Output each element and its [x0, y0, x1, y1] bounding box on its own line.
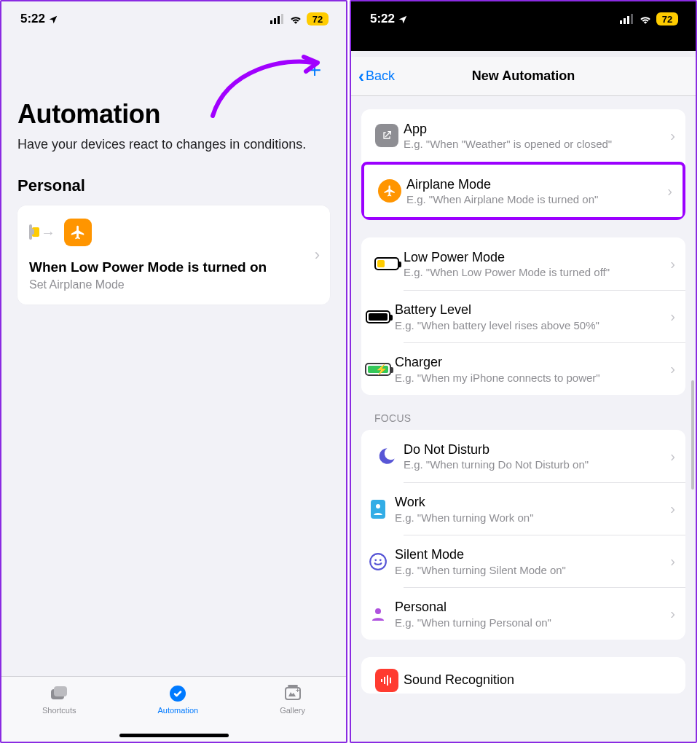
row-title: Silent Mode — [395, 546, 666, 563]
row-subtitle: E.g. "When my iPhone connects to power" — [395, 372, 666, 384]
cellular-icon — [270, 14, 285, 24]
low-power-battery-icon — [370, 257, 404, 270]
trigger-row-personal[interactable]: Personal E.g. "When turning Personal on"… — [404, 587, 685, 640]
status-time: 5:22 — [20, 12, 45, 26]
svg-rect-23 — [390, 678, 391, 683]
svg-rect-12 — [627, 16, 629, 24]
trigger-row-battery-level[interactable]: Battery Level E.g. "When battery level r… — [404, 290, 685, 342]
trigger-group-focus: Do Not Disturb E.g. "When turning Do Not… — [361, 430, 685, 640]
battery-pill: 72 — [656, 12, 678, 25]
scrollbar[interactable] — [691, 380, 694, 490]
left-screenshot: 5:22 72 ＋ Automation Have your devices r… — [0, 0, 347, 743]
chevron-right-icon: › — [663, 183, 672, 200]
svg-rect-5 — [54, 686, 67, 696]
trigger-row-work[interactable]: Work E.g. "When turning Work on" › — [404, 482, 685, 535]
trigger-row-do-not-disturb[interactable]: Do Not Disturb E.g. "When turning Do Not… — [361, 430, 685, 482]
chevron-right-icon: › — [666, 127, 675, 144]
trigger-row-charger[interactable]: ⚡ Charger E.g. "When my iPhone connects … — [404, 342, 685, 395]
svg-point-19 — [375, 608, 381, 614]
battery-pill: 72 — [307, 12, 329, 25]
trigger-row-sound-recognition[interactable]: Sound Recognition — [361, 657, 685, 694]
back-button[interactable]: ‹ Back — [358, 57, 395, 95]
status-time: 5:22 — [370, 12, 395, 26]
row-subtitle: E.g. "When turning Do Not Disturb on" — [404, 458, 666, 471]
automation-card[interactable]: → When Low Power Mode is turned on Set A… — [17, 205, 330, 305]
svg-rect-2 — [278, 16, 280, 24]
row-subtitle: E.g. "When Airplane Mode is turned on" — [406, 193, 663, 205]
automation-card-title: When Low Power Mode is turned on — [29, 259, 318, 275]
row-title: Sound Recognition — [404, 672, 675, 688]
row-subtitle: E.g. "When Low Power Mode is turned off" — [404, 266, 666, 278]
svg-rect-1 — [274, 18, 276, 24]
low-power-battery-icon — [29, 226, 32, 239]
charging-battery-icon: ⚡ — [361, 363, 395, 376]
tab-bar: Shortcuts Automation + Gallery — [1, 676, 346, 742]
group-header-focus: FOCUS — [361, 412, 685, 430]
row-title: App — [404, 121, 666, 138]
shortcuts-icon — [49, 684, 69, 703]
chevron-right-icon: › — [666, 448, 675, 465]
row-title: Airplane Mode — [406, 176, 663, 193]
chevron-right-icon: › — [315, 246, 320, 264]
location-icon — [48, 15, 58, 25]
app-icon — [370, 124, 404, 147]
automation-card-subtitle: Set Airplane Mode — [29, 278, 318, 291]
trigger-row-app[interactable]: App E.g. "When "Weather" is opened or cl… — [361, 109, 685, 162]
chevron-left-icon: ‹ — [358, 66, 364, 87]
status-bar: 5:22 72 — [351, 1, 696, 36]
badge-icon — [361, 499, 395, 519]
row-subtitle: E.g. "When battery level rises above 50%… — [395, 319, 666, 331]
row-subtitle: E.g. "When "Weather" is opened or closed… — [404, 138, 666, 150]
row-title: Work — [395, 494, 666, 511]
tab-shortcuts[interactable]: Shortcuts — [42, 684, 76, 715]
svg-rect-10 — [620, 20, 622, 24]
row-subtitle: E.g. "When turning Silent Mode on" — [395, 564, 666, 576]
home-indicator[interactable] — [119, 734, 229, 737]
chevron-right-icon: › — [666, 500, 675, 517]
cellular-icon — [620, 14, 634, 24]
add-button[interactable]: ＋ — [304, 58, 326, 80]
tab-label: Automation — [157, 706, 198, 715]
page-title: Automation — [17, 99, 330, 130]
tab-label: Gallery — [280, 706, 305, 715]
wifi-icon — [289, 14, 302, 24]
svg-rect-13 — [631, 14, 633, 24]
row-title: Battery Level — [395, 302, 666, 318]
tab-gallery[interactable]: + Gallery — [280, 684, 305, 715]
highlight-airplane-mode: Airplane Mode E.g. "When Airplane Mode i… — [361, 162, 685, 220]
row-subtitle: E.g. "When turning Work on" — [395, 511, 666, 524]
automation-icon — [168, 684, 188, 703]
chevron-right-icon: › — [666, 308, 675, 325]
svg-rect-20 — [381, 679, 382, 682]
back-label: Back — [366, 68, 395, 84]
trigger-group-2: Low Power Mode E.g. "When Low Power Mode… — [361, 237, 685, 395]
trigger-row-airplane-mode[interactable]: Airplane Mode E.g. "When Airplane Mode i… — [364, 165, 683, 217]
sound-icon — [370, 669, 404, 692]
chevron-right-icon: › — [666, 553, 675, 570]
svg-point-17 — [374, 559, 377, 561]
trigger-group-4: Sound Recognition — [361, 657, 685, 694]
moon-icon — [370, 447, 404, 466]
leads-to-arrow-icon: → — [41, 224, 55, 241]
trigger-row-silent-mode[interactable]: Silent Mode E.g. "When turning Silent Mo… — [404, 535, 685, 587]
chevron-right-icon: › — [666, 256, 675, 272]
svg-text:+: + — [296, 687, 299, 694]
status-bar: 5:22 72 — [1, 1, 346, 36]
svg-rect-14 — [371, 500, 385, 519]
svg-rect-22 — [387, 675, 388, 686]
nav-title: New Automation — [472, 68, 575, 84]
row-subtitle: E.g. "When turning Personal on" — [395, 616, 666, 629]
trigger-row-low-power-mode[interactable]: Low Power Mode E.g. "When Low Power Mode… — [361, 237, 685, 290]
page-subtitle: Have your devices react to changes in co… — [17, 136, 330, 153]
tab-label: Shortcuts — [42, 706, 76, 715]
tab-automation[interactable]: Automation — [157, 684, 198, 715]
person-icon — [361, 605, 395, 623]
svg-rect-3 — [281, 14, 283, 24]
chevron-right-icon: › — [666, 605, 675, 622]
svg-point-18 — [380, 559, 382, 561]
svg-rect-11 — [624, 18, 626, 24]
wifi-icon — [639, 14, 652, 24]
chevron-right-icon: › — [666, 361, 675, 377]
row-title: Do Not Disturb — [404, 441, 666, 458]
trigger-group-1: App E.g. "When "Weather" is opened or cl… — [361, 109, 685, 220]
